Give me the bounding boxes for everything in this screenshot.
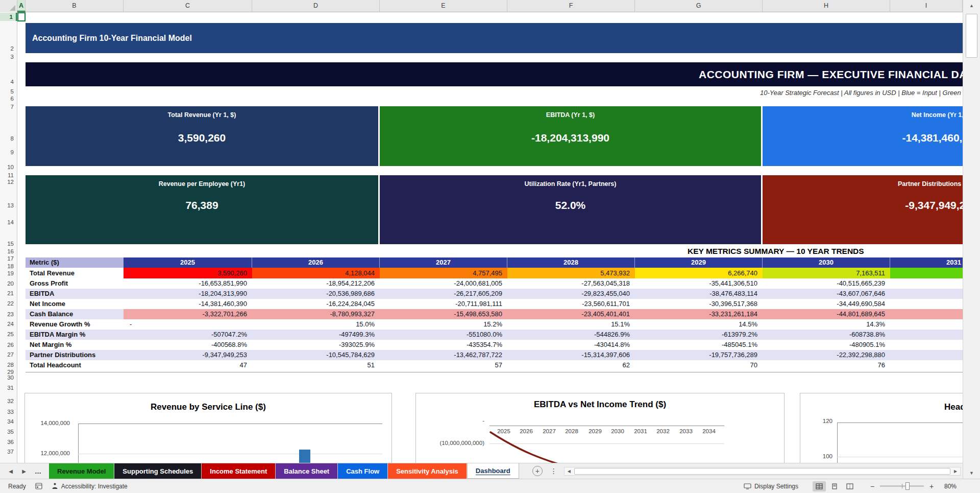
metric-value-cell[interactable]	[890, 309, 963, 319]
metric-value-cell[interactable]: -13,462,787,722	[380, 350, 507, 360]
chart-revenue-by-service-line[interactable]: Revenue by Service Line ($) 14,000,000 1…	[24, 393, 392, 463]
metric-value-cell[interactable]: -485045.1%	[635, 340, 763, 350]
metric-value-cell[interactable]: 3,590,260	[124, 268, 252, 278]
metric-value-cell[interactable]: -23,405,401,401	[507, 309, 635, 319]
kpi-net-income[interactable]: Net Income (Yr 1, $) -14,381,460,390	[763, 106, 963, 166]
metric-value-cell[interactable]: 47	[124, 360, 252, 370]
kpi-revenue-per-employee[interactable]: Revenue per Employee (Yr1) 76,389	[26, 175, 378, 244]
column-header-B[interactable]: B	[26, 0, 124, 12]
metric-value-cell[interactable]: -35,441,306,510	[635, 278, 763, 289]
sheet-tab-revenue-model[interactable]: Revenue Model	[49, 463, 114, 479]
row-header-10[interactable]: 10	[0, 163, 17, 171]
column-headers[interactable]: ABCDEFGHI	[0, 0, 963, 12]
metric-value-cell[interactable]	[890, 350, 963, 360]
kpi-utilization-rate[interactable]: Utilization Rate (Yr1, Partners) 52.0%	[380, 175, 761, 244]
metric-value-cell[interactable]: -430414.8%	[507, 340, 635, 350]
row-header-9[interactable]: 9	[0, 148, 17, 156]
sheet-tab-dashboard[interactable]: Dashboard	[467, 463, 519, 479]
metric-value-cell[interactable]: -33,231,261,184	[635, 309, 763, 319]
metric-value-cell[interactable]: 4,757,495	[380, 268, 507, 278]
kpi-partner-distributions[interactable]: Partner Distributions (Yr1, $) -9,347,94…	[763, 175, 963, 244]
metric-value-cell[interactable]	[890, 340, 963, 350]
metric-value-cell[interactable]: 70	[635, 360, 763, 370]
metric-value-cell[interactable]: 14.3%	[763, 319, 890, 330]
metric-value-cell[interactable]: -10,545,784,629	[252, 350, 380, 360]
metric-value-cell[interactable]: -44,801,689,645	[763, 309, 890, 319]
model-title-banner[interactable]: Accounting Firm 10-Year Financial Model	[26, 23, 963, 53]
column-header-F[interactable]: F	[507, 0, 635, 12]
metric-value-cell[interactable]: 7,163,511	[763, 268, 890, 278]
active-cell-selection[interactable]	[17, 12, 26, 21]
metric-value-cell[interactable]: -26,217,605,209	[380, 289, 507, 299]
view-page-break-icon[interactable]	[843, 481, 856, 491]
metric-value-cell[interactable]: -608738.8%	[763, 330, 890, 340]
view-normal-icon[interactable]	[813, 481, 826, 491]
metric-value-cell[interactable]: -19,757,736,289	[635, 350, 763, 360]
metric-value-cell[interactable]: 5,473,932	[507, 268, 635, 278]
metric-value-cell[interactable]: -435354.7%	[380, 340, 507, 350]
metric-value-cell[interactable]: -20,711,981,111	[380, 299, 507, 309]
tabs-scroll-right-icon[interactable]: ▶	[17, 463, 31, 479]
row-header-25[interactable]: 25	[0, 330, 17, 338]
row-header-31[interactable]: 31	[0, 384, 17, 392]
row-header-15[interactable]: 15	[0, 240, 17, 248]
zoom-level[interactable]: 80%	[942, 483, 957, 490]
horizontal-scrollbar[interactable]: ◀ ▶	[564, 467, 961, 476]
view-page-layout-icon[interactable]	[828, 481, 841, 491]
row-header-27[interactable]: 27	[0, 350, 17, 359]
metric-value-cell[interactable]: -551080.0%	[380, 330, 507, 340]
row-header-23[interactable]: 23	[0, 310, 17, 318]
metric-value-cell[interactable]	[890, 268, 963, 278]
metric-value-cell[interactable]: -43,607,067,646	[763, 289, 890, 299]
sheet-tab-income-statement[interactable]: Income Statement	[202, 463, 276, 479]
row-header-12[interactable]: 12	[0, 178, 17, 186]
metric-label[interactable]: Revenue Growth %	[26, 319, 124, 330]
metric-label[interactable]: Gross Profit	[26, 278, 124, 289]
horizontal-scroll-thumb[interactable]	[574, 468, 950, 475]
row-header-17[interactable]: 17	[0, 254, 17, 263]
row-header-22[interactable]: 22	[0, 299, 17, 308]
tab-options-icon[interactable]: ⋮	[550, 467, 558, 475]
metric-value-cell[interactable]: 14.5%	[635, 319, 763, 330]
scroll-left-icon[interactable]: ◀	[565, 469, 574, 474]
row-header-3[interactable]: 3	[0, 53, 17, 61]
row-header-20[interactable]: 20	[0, 279, 17, 288]
metric-value-cell[interactable]: -40,515,665,239	[763, 278, 890, 289]
metric-label[interactable]: Net Income	[26, 299, 124, 309]
kpi-ebitda[interactable]: EBITDA (Yr 1, $) -18,204,313,990	[380, 106, 761, 166]
year-header-2025[interactable]: 2025	[124, 257, 252, 268]
metric-value-cell[interactable]: -24,000,681,005	[380, 278, 507, 289]
row-header-37[interactable]: 37	[0, 448, 17, 456]
metric-value-cell[interactable]: -8,780,993,327	[252, 309, 380, 319]
column-header-D[interactable]: D	[252, 0, 380, 12]
metric-value-cell[interactable]: -18,204,313,990	[124, 289, 252, 299]
dashboard-header-band[interactable]: ACCOUNTING FIRM — EXECUTIVE FINANCIAL DA…	[26, 62, 963, 86]
row-header-7[interactable]: 7	[0, 103, 17, 111]
metric-value-cell[interactable]: -480905.1%	[763, 340, 890, 350]
row-header-4[interactable]: 4	[0, 78, 17, 86]
metric-value-cell[interactable]: -613979.2%	[635, 330, 763, 340]
metric-label[interactable]: EBITDA	[26, 289, 124, 299]
metric-value-cell[interactable]: 76	[763, 360, 890, 370]
scroll-down-icon[interactable]: ▼	[963, 467, 980, 479]
metric-value-cell[interactable]: -400568.8%	[124, 340, 252, 350]
zoom-out-button[interactable]: −	[869, 482, 876, 490]
key-metrics-table[interactable]: Metric ($)2025202620272028202920302031To…	[26, 257, 963, 372]
row-header-32[interactable]: 32	[0, 397, 17, 405]
metric-value-cell[interactable]: -20,536,989,686	[252, 289, 380, 299]
sheet-tab-cash-flow[interactable]: Cash Flow	[338, 463, 388, 479]
row-header-19[interactable]: 19	[0, 269, 17, 277]
row-header-30[interactable]: 30	[0, 373, 17, 382]
metric-label[interactable]: Cash Balance	[26, 309, 124, 319]
metric-value-cell[interactable]: -16,653,851,990	[124, 278, 252, 289]
row-header-34[interactable]: 34	[0, 417, 17, 426]
row-header-26[interactable]: 26	[0, 341, 17, 349]
sheet-tab-balance-sheet[interactable]: Balance Sheet	[276, 463, 338, 479]
metric-value-cell[interactable]: -15,498,653,580	[380, 309, 507, 319]
display-settings-button[interactable]: Display Settings	[744, 483, 798, 490]
metric-value-cell[interactable]	[890, 278, 963, 289]
metric-value-cell[interactable]: -544826.9%	[507, 330, 635, 340]
row-header-33[interactable]: 33	[0, 408, 17, 416]
zoom-slider-handle[interactable]	[905, 482, 910, 490]
tabs-scroll-left-icon[interactable]: ◀	[4, 463, 17, 479]
